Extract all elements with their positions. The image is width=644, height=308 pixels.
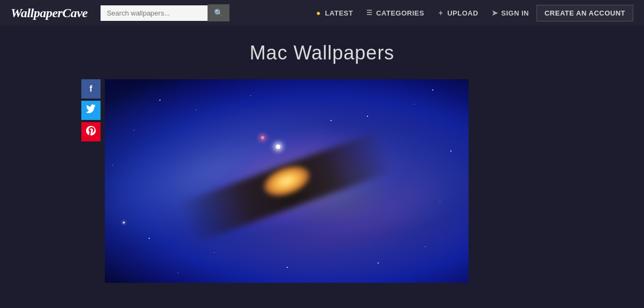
bright-star-1 bbox=[276, 145, 280, 149]
star bbox=[178, 273, 178, 273]
star bbox=[196, 110, 196, 110]
star bbox=[287, 267, 288, 268]
latest-icon: ● bbox=[315, 9, 323, 17]
signin-icon: ➤ bbox=[491, 9, 499, 17]
create-account-button[interactable]: CREATE AN ACCOUNT bbox=[536, 5, 633, 21]
facebook-icon: f bbox=[89, 84, 92, 94]
twitter-share-button[interactable] bbox=[81, 101, 101, 120]
search-icon: 🔍 bbox=[214, 9, 223, 17]
upload-icon: + bbox=[437, 9, 444, 17]
nav-upload[interactable]: + UPLOAD bbox=[432, 6, 484, 20]
site-header: WallpaperCave 🔍 ● LATEST ☰ CATEGORIES + … bbox=[0, 0, 644, 26]
star bbox=[112, 165, 113, 166]
search-button[interactable]: 🔍 bbox=[208, 4, 229, 21]
facebook-share-button[interactable]: f bbox=[81, 79, 101, 99]
search-input[interactable] bbox=[101, 5, 208, 21]
twitter-icon bbox=[86, 104, 96, 116]
star bbox=[440, 201, 440, 202]
pinterest-icon bbox=[86, 126, 96, 138]
nav-sign-in[interactable]: ➤ SIGN IN bbox=[486, 6, 534, 20]
nav-latest[interactable]: ● LATEST bbox=[310, 6, 359, 20]
star bbox=[159, 100, 160, 101]
star bbox=[378, 262, 379, 264]
pinterest-share-button[interactable] bbox=[81, 122, 101, 141]
star bbox=[331, 120, 332, 121]
categories-icon: ☰ bbox=[366, 9, 373, 17]
page-title: Mac Wallpapers bbox=[250, 42, 395, 64]
main-content: Mac Wallpapers f bbox=[0, 26, 644, 308]
galaxy-wallpaper bbox=[105, 79, 469, 283]
star bbox=[214, 252, 214, 253]
logo[interactable]: WallpaperCave bbox=[11, 6, 88, 20]
star bbox=[450, 151, 451, 152]
main-nav: ● LATEST ☰ CATEGORIES + UPLOAD ➤ SIGN IN… bbox=[310, 5, 633, 21]
star bbox=[414, 104, 415, 104]
search-container: 🔍 bbox=[101, 4, 229, 21]
wallpaper-image[interactable] bbox=[105, 79, 469, 283]
star bbox=[123, 222, 125, 223]
social-buttons: f bbox=[81, 79, 101, 141]
star bbox=[432, 89, 433, 91]
content-area: f bbox=[81, 79, 563, 283]
nav-categories[interactable]: ☰ CATEGORIES bbox=[361, 6, 430, 20]
